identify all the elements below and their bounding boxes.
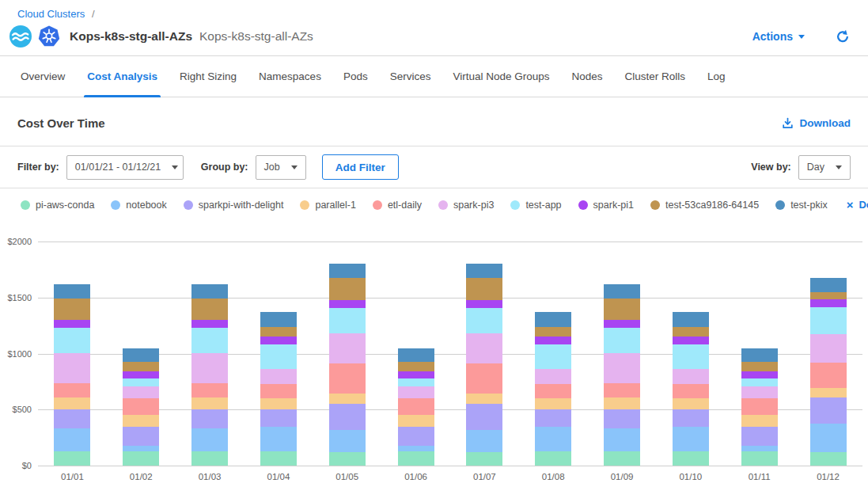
legend-item-pi-aws-conda[interactable]: pi-aws-conda — [21, 200, 94, 211]
bar-segment-test-pkix[interactable] — [810, 278, 847, 292]
bar-segment-sparkpi-with-delight[interactable] — [535, 409, 571, 428]
bar-segment-test-53ca9186-64145[interactable] — [466, 278, 502, 300]
bar-segment-parallel-1[interactable] — [329, 394, 366, 404]
bar-segment-spark-pi3[interactable] — [673, 369, 709, 383]
tab-services[interactable]: Services — [379, 56, 442, 97]
bar-segment-test-53ca9186-64145[interactable] — [329, 278, 366, 300]
bar-segment-test-53ca9186-64145[interactable] — [604, 299, 640, 320]
stacked-bar-01-11[interactable] — [741, 348, 778, 466]
bar-segment-parallel-1[interactable] — [191, 397, 228, 409]
bar-segment-test-app[interactable] — [260, 344, 297, 369]
bar-segment-spark-pi1[interactable] — [673, 337, 709, 344]
bar-segment-test-app[interactable] — [329, 308, 366, 334]
add-filter-button[interactable]: Add Filter — [322, 154, 399, 180]
bar-segment-spark-pi1[interactable] — [54, 320, 90, 328]
stacked-bar-01-01[interactable] — [54, 284, 90, 466]
breadcrumb-link-cloud-clusters[interactable]: Cloud Clusters — [17, 8, 85, 20]
bar-segment-sparkpi-with-delight[interactable] — [604, 409, 640, 429]
bar-segment-notebook[interactable] — [329, 430, 366, 452]
bar-segment-etl-daily[interactable] — [260, 384, 297, 398]
bar-segment-spark-pi3[interactable] — [191, 353, 228, 383]
bar-segment-spark-pi1[interactable] — [741, 371, 778, 379]
bar-segment-pi-aws-conda[interactable] — [535, 451, 571, 466]
bar-segment-spark-pi1[interactable] — [604, 320, 640, 328]
stacked-bar-01-06[interactable] — [398, 348, 434, 466]
bar-segment-pi-aws-conda[interactable] — [810, 452, 847, 466]
bar-segment-pi-aws-conda[interactable] — [191, 451, 228, 466]
bar-segment-test-pkix[interactable] — [398, 348, 434, 362]
bar-segment-notebook[interactable] — [54, 428, 90, 451]
bar-segment-etl-daily[interactable] — [466, 363, 502, 394]
bar-segment-test-pkix[interactable] — [123, 348, 159, 362]
bar-segment-spark-pi1[interactable] — [329, 300, 366, 308]
bar-segment-etl-daily[interactable] — [535, 384, 571, 398]
bar-segment-spark-pi3[interactable] — [810, 334, 847, 362]
bar-segment-test-app[interactable] — [810, 307, 847, 335]
bar-segment-spark-pi3[interactable] — [398, 386, 434, 398]
bar-segment-pi-aws-conda[interactable] — [466, 452, 502, 466]
bar-segment-test-app[interactable] — [535, 344, 571, 369]
stacked-bar-01-02[interactable] — [123, 348, 159, 466]
refresh-icon[interactable] — [835, 29, 851, 44]
actions-button[interactable]: Actions — [752, 30, 805, 43]
bar-segment-test-pkix[interactable] — [466, 264, 502, 278]
stacked-bar-01-05[interactable] — [329, 264, 366, 466]
bar-segment-spark-pi1[interactable] — [535, 337, 571, 344]
bar-segment-spark-pi1[interactable] — [191, 320, 228, 328]
bar-segment-test-pkix[interactable] — [329, 264, 366, 278]
tab-virtual-node-groups[interactable]: Virtual Node Groups — [442, 56, 560, 97]
bar-segment-notebook[interactable] — [535, 427, 571, 451]
legend-item-spark-pi3[interactable]: spark-pi3 — [438, 200, 494, 211]
bar-segment-sparkpi-with-delight[interactable] — [329, 404, 366, 430]
bar-segment-test-pkix[interactable] — [191, 284, 228, 299]
stacked-bar-01-03[interactable] — [191, 284, 228, 466]
bar-segment-parallel-1[interactable] — [466, 394, 502, 404]
tab-overview[interactable]: Overview — [9, 56, 76, 97]
download-button[interactable]: Download — [781, 116, 851, 130]
bar-segment-pi-aws-conda[interactable] — [329, 452, 366, 466]
bar-segment-parallel-1[interactable] — [673, 398, 709, 409]
bar-segment-pi-aws-conda[interactable] — [398, 451, 434, 466]
bar-segment-test-pkix[interactable] — [741, 348, 778, 362]
bar-segment-spark-pi1[interactable] — [123, 371, 159, 379]
bar-segment-etl-daily[interactable] — [741, 398, 778, 415]
bar-segment-parallel-1[interactable] — [54, 397, 90, 409]
bar-segment-test-53ca9186-64145[interactable] — [398, 362, 434, 371]
bar-segment-parallel-1[interactable] — [810, 388, 847, 397]
tab-log[interactable]: Log — [696, 56, 737, 97]
bar-segment-test-app[interactable] — [123, 378, 159, 386]
bar-segment-test-53ca9186-64145[interactable] — [673, 327, 709, 337]
bar-segment-parallel-1[interactable] — [398, 415, 434, 426]
bar-segment-test-app[interactable] — [741, 378, 778, 386]
bar-segment-notebook[interactable] — [810, 424, 847, 452]
bar-segment-test-53ca9186-64145[interactable] — [54, 299, 90, 320]
bar-segment-parallel-1[interactable] — [604, 397, 640, 409]
tab-cost-analysis[interactable]: Cost Analysis — [76, 56, 169, 97]
bar-segment-notebook[interactable] — [466, 430, 502, 452]
bar-segment-pi-aws-conda[interactable] — [604, 451, 640, 466]
view-by-select[interactable]: Day — [798, 155, 851, 180]
bar-segment-test-app[interactable] — [191, 328, 228, 353]
legend-item-parallel-1[interactable]: parallel-1 — [300, 200, 355, 211]
bar-segment-test-app[interactable] — [673, 344, 709, 369]
bar-segment-spark-pi3[interactable] — [123, 386, 159, 398]
bar-segment-sparkpi-with-delight[interactable] — [54, 409, 90, 429]
bar-segment-spark-pi1[interactable] — [810, 299, 847, 307]
bar-segment-sparkpi-with-delight[interactable] — [398, 427, 434, 447]
bar-segment-spark-pi1[interactable] — [398, 371, 434, 379]
legend-item-test-53ca9186-64145[interactable]: test-53ca9186-64145 — [650, 200, 759, 211]
legend-item-test-app[interactable]: test-app — [510, 200, 561, 211]
bar-segment-test-pkix[interactable] — [54, 284, 90, 299]
stacked-bar-01-10[interactable] — [673, 312, 709, 466]
bar-segment-etl-daily[interactable] — [398, 398, 434, 415]
bar-segment-spark-pi3[interactable] — [260, 369, 297, 383]
legend-item-etl-daily[interactable]: etl-daily — [373, 200, 422, 211]
bar-segment-notebook[interactable] — [673, 427, 709, 451]
bar-segment-spark-pi3[interactable] — [466, 333, 502, 363]
group-by-select[interactable]: Job — [256, 155, 306, 180]
bar-segment-spark-pi1[interactable] — [260, 337, 297, 344]
bar-segment-pi-aws-conda[interactable] — [260, 451, 297, 466]
bar-segment-etl-daily[interactable] — [329, 363, 366, 394]
bar-segment-test-pkix[interactable] — [535, 312, 571, 326]
bar-segment-test-53ca9186-64145[interactable] — [260, 327, 297, 337]
